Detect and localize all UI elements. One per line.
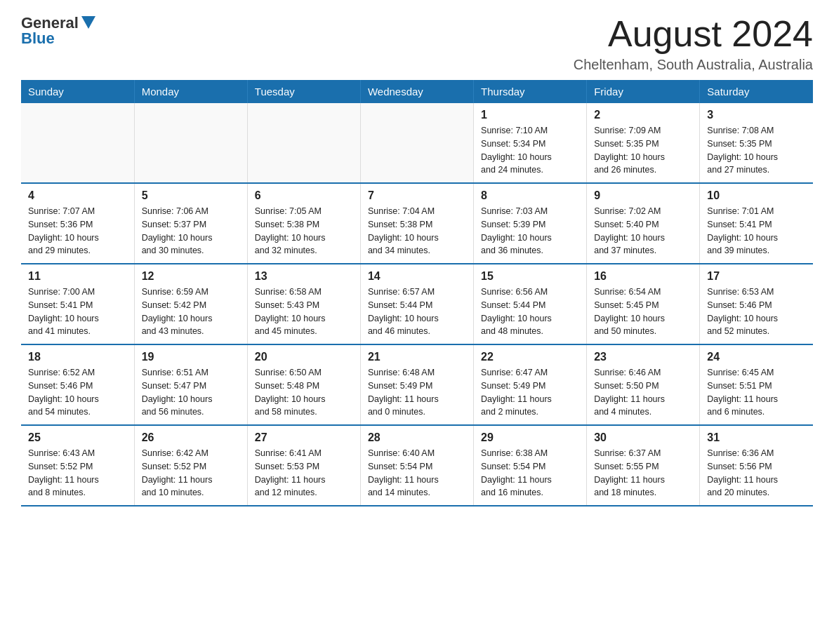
day-info: Sunrise: 7:06 AMSunset: 5:37 PMDaylight:… [142, 205, 240, 257]
logo-blue: Blue [21, 29, 55, 48]
header-tuesday: Tuesday [247, 80, 360, 103]
calendar-cell: 29Sunrise: 6:38 AMSunset: 5:54 PMDayligh… [474, 425, 587, 506]
day-info: Sunrise: 6:50 AMSunset: 5:48 PMDaylight:… [255, 366, 353, 419]
day-info: Sunrise: 6:40 AMSunset: 5:54 PMDaylight:… [368, 447, 466, 499]
calendar-cell: 1Sunrise: 7:10 AMSunset: 5:34 PMDaylight… [474, 103, 587, 183]
calendar-cell: 8Sunrise: 7:03 AMSunset: 5:39 PMDaylight… [474, 183, 587, 264]
day-info: Sunrise: 7:04 AMSunset: 5:38 PMDaylight:… [368, 205, 466, 257]
day-info: Sunrise: 6:51 AMSunset: 5:47 PMDaylight:… [142, 366, 240, 419]
day-info: Sunrise: 7:07 AMSunset: 5:36 PMDaylight:… [28, 205, 127, 257]
calendar-cell [21, 103, 134, 183]
day-number: 2 [594, 109, 692, 121]
calendar-cell: 9Sunrise: 7:02 AMSunset: 5:40 PMDaylight… [587, 183, 700, 264]
calendar-cell: 23Sunrise: 6:46 AMSunset: 5:50 PMDayligh… [587, 344, 700, 425]
subtitle: Cheltenham, South Australia, Australia [574, 57, 813, 73]
day-info: Sunrise: 6:58 AMSunset: 5:43 PMDaylight:… [255, 286, 353, 338]
day-info: Sunrise: 6:48 AMSunset: 5:49 PMDaylight:… [368, 366, 466, 419]
day-number: 16 [594, 270, 692, 283]
day-number: 5 [142, 189, 240, 202]
calendar-cell: 24Sunrise: 6:45 AMSunset: 5:51 PMDayligh… [700, 344, 813, 425]
day-info: Sunrise: 7:02 AMSunset: 5:40 PMDaylight:… [594, 205, 692, 257]
calendar-cell: 10Sunrise: 7:01 AMSunset: 5:41 PMDayligh… [700, 183, 813, 264]
day-number: 18 [28, 351, 127, 363]
day-number: 28 [368, 431, 466, 444]
day-info: Sunrise: 7:00 AMSunset: 5:41 PMDaylight:… [28, 286, 127, 338]
day-number: 11 [28, 270, 127, 283]
calendar-table: SundayMondayTuesdayWednesdayThursdayFrid… [21, 80, 813, 507]
calendar-cell: 19Sunrise: 6:51 AMSunset: 5:47 PMDayligh… [134, 344, 247, 425]
day-number: 26 [142, 431, 240, 444]
header-wednesday: Wednesday [360, 80, 473, 103]
calendar-cell: 11Sunrise: 7:00 AMSunset: 5:41 PMDayligh… [21, 264, 134, 344]
calendar-cell: 4Sunrise: 7:07 AMSunset: 5:36 PMDaylight… [21, 183, 134, 264]
day-info: Sunrise: 6:57 AMSunset: 5:44 PMDaylight:… [368, 286, 466, 338]
header-thursday: Thursday [474, 80, 587, 103]
day-info: Sunrise: 6:41 AMSunset: 5:53 PMDaylight:… [255, 447, 353, 499]
title-section: August 2024 Cheltenham, South Australia,… [574, 14, 813, 73]
calendar-cell: 5Sunrise: 7:06 AMSunset: 5:37 PMDaylight… [134, 183, 247, 264]
calendar-header-row: SundayMondayTuesdayWednesdayThursdayFrid… [21, 80, 813, 103]
day-info: Sunrise: 6:59 AMSunset: 5:42 PMDaylight:… [142, 286, 240, 338]
page-header: General Blue August 2024 Cheltenham, Sou… [21, 14, 813, 73]
day-number: 19 [142, 351, 240, 363]
day-info: Sunrise: 6:56 AMSunset: 5:44 PMDaylight:… [481, 286, 579, 338]
main-title: August 2024 [574, 14, 813, 54]
day-info: Sunrise: 6:46 AMSunset: 5:50 PMDaylight:… [594, 366, 692, 419]
logo: General Blue [21, 14, 95, 48]
calendar-cell: 21Sunrise: 6:48 AMSunset: 5:49 PMDayligh… [360, 344, 473, 425]
day-number: 14 [368, 270, 466, 283]
calendar-cell: 7Sunrise: 7:04 AMSunset: 5:38 PMDaylight… [360, 183, 473, 264]
day-number: 13 [255, 270, 353, 283]
day-number: 10 [707, 189, 806, 202]
calendar-cell: 26Sunrise: 6:42 AMSunset: 5:52 PMDayligh… [134, 425, 247, 506]
day-info: Sunrise: 7:05 AMSunset: 5:38 PMDaylight:… [255, 205, 353, 257]
day-info: Sunrise: 7:10 AMSunset: 5:34 PMDaylight:… [481, 124, 579, 177]
calendar-cell [360, 103, 473, 183]
day-info: Sunrise: 6:42 AMSunset: 5:52 PMDaylight:… [142, 447, 240, 499]
day-number: 30 [594, 431, 692, 444]
calendar-cell: 31Sunrise: 6:36 AMSunset: 5:56 PMDayligh… [700, 425, 813, 506]
day-number: 7 [368, 189, 466, 202]
calendar-cell: 2Sunrise: 7:09 AMSunset: 5:35 PMDaylight… [587, 103, 700, 183]
day-number: 31 [707, 431, 806, 444]
header-friday: Friday [587, 80, 700, 103]
logo-triangle-icon [81, 16, 95, 29]
calendar-week-row: 11Sunrise: 7:00 AMSunset: 5:41 PMDayligh… [21, 264, 813, 344]
calendar-cell: 6Sunrise: 7:05 AMSunset: 5:38 PMDaylight… [247, 183, 360, 264]
calendar-cell: 13Sunrise: 6:58 AMSunset: 5:43 PMDayligh… [247, 264, 360, 344]
day-info: Sunrise: 6:45 AMSunset: 5:51 PMDaylight:… [707, 366, 806, 419]
day-number: 22 [481, 351, 579, 363]
calendar-week-row: 25Sunrise: 6:43 AMSunset: 5:52 PMDayligh… [21, 425, 813, 506]
day-number: 29 [481, 431, 579, 444]
day-number: 6 [255, 189, 353, 202]
calendar-week-row: 1Sunrise: 7:10 AMSunset: 5:34 PMDaylight… [21, 103, 813, 183]
calendar-cell: 15Sunrise: 6:56 AMSunset: 5:44 PMDayligh… [474, 264, 587, 344]
calendar-cell: 12Sunrise: 6:59 AMSunset: 5:42 PMDayligh… [134, 264, 247, 344]
calendar-week-row: 4Sunrise: 7:07 AMSunset: 5:36 PMDaylight… [21, 183, 813, 264]
day-info: Sunrise: 6:53 AMSunset: 5:46 PMDaylight:… [707, 286, 806, 338]
day-info: Sunrise: 7:03 AMSunset: 5:39 PMDaylight:… [481, 205, 579, 257]
day-number: 1 [481, 109, 579, 121]
day-number: 3 [707, 109, 806, 121]
calendar-cell: 20Sunrise: 6:50 AMSunset: 5:48 PMDayligh… [247, 344, 360, 425]
day-info: Sunrise: 6:37 AMSunset: 5:55 PMDaylight:… [594, 447, 692, 499]
day-number: 15 [481, 270, 579, 283]
day-info: Sunrise: 6:43 AMSunset: 5:52 PMDaylight:… [28, 447, 127, 499]
day-info: Sunrise: 6:47 AMSunset: 5:49 PMDaylight:… [481, 366, 579, 419]
day-number: 20 [255, 351, 353, 363]
day-number: 8 [481, 189, 579, 202]
calendar-cell: 3Sunrise: 7:08 AMSunset: 5:35 PMDaylight… [700, 103, 813, 183]
calendar-cell: 16Sunrise: 6:54 AMSunset: 5:45 PMDayligh… [587, 264, 700, 344]
svg-marker-0 [81, 16, 95, 29]
day-info: Sunrise: 6:36 AMSunset: 5:56 PMDaylight:… [707, 447, 806, 499]
calendar-cell: 22Sunrise: 6:47 AMSunset: 5:49 PMDayligh… [474, 344, 587, 425]
day-number: 27 [255, 431, 353, 444]
day-number: 24 [707, 351, 806, 363]
header-saturday: Saturday [700, 80, 813, 103]
calendar-cell: 30Sunrise: 6:37 AMSunset: 5:55 PMDayligh… [587, 425, 700, 506]
day-number: 21 [368, 351, 466, 363]
calendar-week-row: 18Sunrise: 6:52 AMSunset: 5:46 PMDayligh… [21, 344, 813, 425]
day-number: 25 [28, 431, 127, 444]
day-number: 12 [142, 270, 240, 283]
header-monday: Monday [134, 80, 247, 103]
